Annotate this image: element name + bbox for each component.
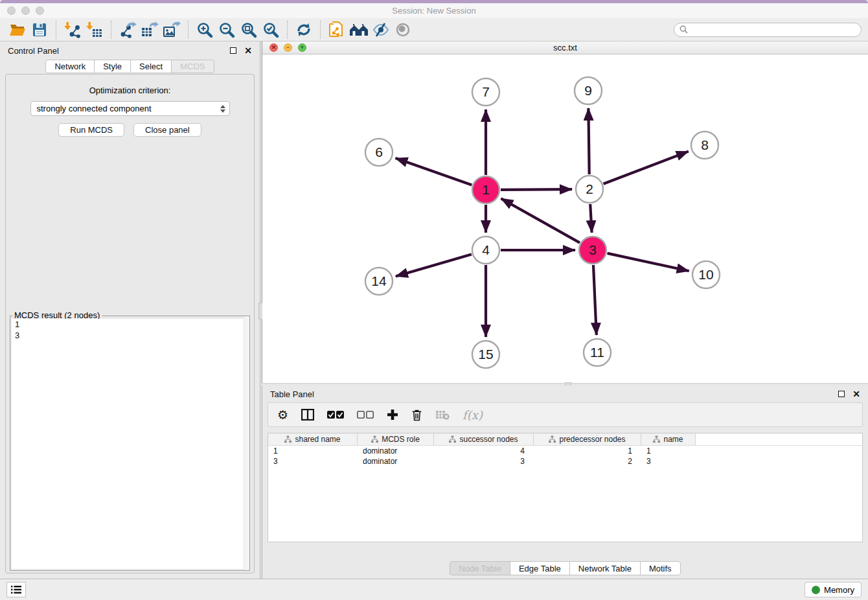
export-image-button[interactable] xyxy=(161,20,183,40)
node-15[interactable]: 15 xyxy=(472,341,499,368)
column-type-icon xyxy=(653,435,660,443)
result-scrollbar[interactable] xyxy=(244,316,249,570)
function-builder-button[interactable]: f(x) xyxy=(463,408,483,422)
table-settings-button[interactable]: ⚙ xyxy=(277,409,288,421)
tab-edge-table[interactable]: Edge Table xyxy=(510,561,570,575)
tab-motifs[interactable]: Motifs xyxy=(640,561,681,575)
show-all-button[interactable] xyxy=(392,20,414,40)
node-1[interactable]: 1 xyxy=(472,176,499,203)
node-6[interactable]: 6 xyxy=(365,139,393,166)
network-graph: 7968124314101511 xyxy=(262,54,868,380)
node-2[interactable]: 2 xyxy=(576,176,603,203)
node-4[interactable]: 4 xyxy=(472,237,499,264)
export-table-icon xyxy=(141,21,159,38)
zoom-fit-button[interactable] xyxy=(238,20,260,40)
node-3[interactable]: 3 xyxy=(579,237,606,264)
column-header-MCDS-role[interactable]: MCDS role xyxy=(358,433,434,445)
deselect-all-columns-button[interactable] xyxy=(357,411,374,419)
control-panel: Control Panel ✕ NetworkStyleSelectMCDS O… xyxy=(0,41,260,579)
application-window: Session: New Session xyxy=(0,0,868,600)
hide-selected-button[interactable] xyxy=(370,20,392,40)
node-7[interactable]: 7 xyxy=(472,78,499,106)
node-10[interactable]: 10 xyxy=(692,261,720,288)
run-mcds-button[interactable]: Run MCDS xyxy=(58,123,124,137)
close-panel-button[interactable]: Close panel xyxy=(133,123,201,137)
mcds-result-list[interactable]: 13 xyxy=(12,319,248,569)
delete-table-button[interactable] xyxy=(435,410,450,420)
table-row[interactable]: 1dominator411 xyxy=(268,446,862,456)
import-table-button[interactable] xyxy=(84,20,106,40)
export-network-button[interactable] xyxy=(117,20,139,40)
open-folder-icon xyxy=(9,22,26,38)
edge-2-9[interactable] xyxy=(588,108,589,174)
column-header-predecessor-nodes[interactable]: predecessor nodes xyxy=(534,433,641,445)
float-panel-icon[interactable] xyxy=(838,391,845,397)
export-table-button[interactable] xyxy=(139,20,161,40)
export-image-icon xyxy=(163,21,181,38)
zoom-selected-button[interactable] xyxy=(260,20,282,40)
status-bar: Memory xyxy=(0,579,868,600)
edge-3-1[interactable] xyxy=(501,198,580,242)
tab-network-table[interactable]: Network Table xyxy=(569,561,641,575)
edge-1-6[interactable] xyxy=(396,158,472,185)
column-header-shared-name[interactable]: shared name xyxy=(268,433,358,445)
edge-2-3[interactable] xyxy=(590,204,591,233)
import-network-button[interactable] xyxy=(62,20,84,40)
float-panel-icon[interactable] xyxy=(230,47,236,54)
tab-network[interactable]: Network xyxy=(45,60,95,73)
network-window-titlebar: ✕ − + scc.txt xyxy=(262,41,868,54)
result-node-id: 1 xyxy=(12,319,248,330)
close-panel-icon[interactable]: ✕ xyxy=(244,47,252,54)
edge-3-10[interactable] xyxy=(608,253,689,271)
criterion-select[interactable]: strongly connected component xyxy=(30,101,230,116)
zoom-in-button[interactable] xyxy=(194,20,216,40)
node-label: 1 xyxy=(482,182,490,197)
select-all-columns-button[interactable] xyxy=(327,411,344,419)
save-session-button[interactable] xyxy=(29,20,51,40)
gear-icon: ⚙ xyxy=(277,409,288,421)
add-column-button[interactable] xyxy=(387,409,398,421)
tab-select[interactable]: Select xyxy=(130,60,172,73)
edge-2-8[interactable] xyxy=(604,152,689,184)
delete-column-button[interactable] xyxy=(411,408,422,421)
node-11[interactable]: 11 xyxy=(584,339,611,366)
eye-icon xyxy=(394,22,412,38)
column-header-name[interactable]: name xyxy=(641,433,696,445)
tab-mcds[interactable]: MCDS xyxy=(171,60,214,73)
edge-4-14[interactable] xyxy=(396,254,472,276)
memory-status-dot-icon xyxy=(812,586,820,594)
search-input[interactable] xyxy=(691,25,856,34)
node-8[interactable]: 8 xyxy=(691,132,718,159)
refresh-view-button[interactable] xyxy=(293,20,315,40)
node-9[interactable]: 9 xyxy=(575,77,602,104)
node-label: 14 xyxy=(371,273,387,288)
column-header-label: name xyxy=(663,435,683,444)
column-header-successor-nodes[interactable]: successor nodes xyxy=(434,433,534,445)
zoom-out-button[interactable] xyxy=(216,20,238,40)
cell-predecessor-nodes: 1 xyxy=(534,446,641,456)
fx-icon: f(x) xyxy=(463,408,483,422)
memory-button[interactable]: Memory xyxy=(805,582,862,597)
edge-1-2[interactable] xyxy=(501,189,572,190)
node-14[interactable]: 14 xyxy=(365,268,393,295)
tab-node-table[interactable]: Node Table xyxy=(450,561,510,575)
result-node-id: 3 xyxy=(12,330,248,341)
optimization-criterion-label: Optimization criterion: xyxy=(6,86,254,95)
edge-3-11[interactable] xyxy=(593,265,597,335)
tab-style[interactable]: Style xyxy=(94,60,131,73)
task-history-button[interactable] xyxy=(6,582,26,597)
network-canvas[interactable]: 7968124314101511 xyxy=(262,54,868,383)
first-neighbors-button[interactable] xyxy=(348,20,370,40)
search-field-container xyxy=(674,23,862,37)
new-network-from-selection-button[interactable] xyxy=(326,20,348,40)
column-header-label: MCDS role xyxy=(382,435,420,444)
trash-icon xyxy=(411,408,422,421)
node-label: 15 xyxy=(478,347,493,362)
column-layout-button[interactable] xyxy=(301,409,314,421)
cell-name: 3 xyxy=(641,457,696,466)
list-icon xyxy=(11,585,21,594)
import-table-icon xyxy=(86,21,103,38)
open-session-button[interactable] xyxy=(6,20,29,40)
close-panel-icon[interactable]: ✕ xyxy=(852,391,860,397)
table-row[interactable]: 3dominator323 xyxy=(268,456,862,467)
